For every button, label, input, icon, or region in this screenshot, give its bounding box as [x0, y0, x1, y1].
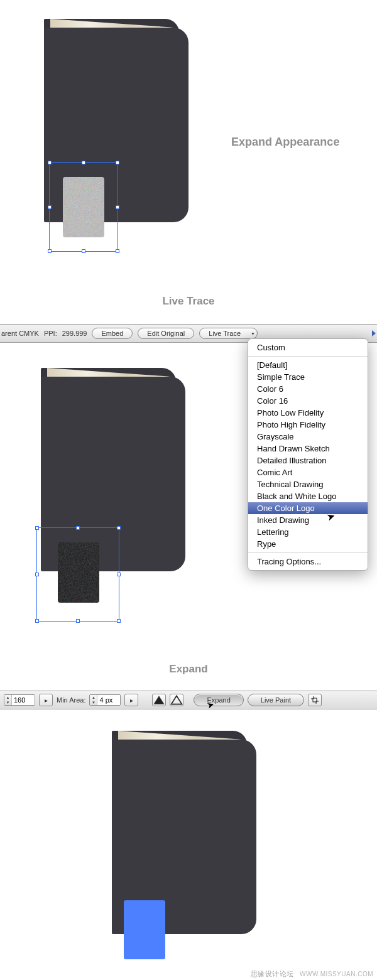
book-illustration: [41, 368, 185, 569]
menu-item[interactable]: Comic Art: [248, 466, 368, 478]
menu-item[interactable]: Photo High Fidelity: [248, 419, 368, 431]
menu-divider: [248, 552, 368, 553]
stepper-arrows-icon[interactable]: ▲▼: [4, 695, 12, 705]
min-area-label: Min Area:: [57, 696, 85, 704]
menu-item[interactable]: Color 16: [248, 395, 368, 407]
selection-handle[interactable]: [82, 249, 85, 253]
svg-rect-1: [58, 542, 99, 603]
noise-icon: [63, 177, 104, 237]
menu-item[interactable]: Photo Low Fidelity: [248, 407, 368, 419]
threshold-stepper[interactable]: ▲▼: [4, 694, 35, 706]
history-dropdown-icon[interactable]: ▸: [39, 694, 53, 706]
svg-rect-0: [63, 177, 104, 237]
threshold-input[interactable]: [12, 695, 35, 705]
live-trace-split-button[interactable]: Live Trace ▼: [199, 328, 258, 339]
panel-flyout-icon[interactable]: [372, 330, 376, 337]
menu-item[interactable]: Color 6: [248, 383, 368, 395]
selection-handle[interactable]: [48, 249, 52, 253]
selection-handle[interactable]: [117, 573, 121, 576]
selection-handle[interactable]: [117, 619, 121, 623]
menu-item[interactable]: Black and White Logo: [248, 490, 368, 502]
menu-item-tracing-options[interactable]: Tracing Options...: [248, 556, 368, 568]
selection-handle[interactable]: [116, 249, 119, 253]
selection-handle[interactable]: [35, 573, 39, 576]
watermark: 思缘设计论坛 WWW.MISSYUAN.COM: [251, 969, 373, 979]
trace-preset-menu[interactable]: Custom [Default]Simple TraceColor 6Color…: [248, 338, 368, 571]
min-area-input[interactable]: [97, 695, 120, 705]
selection-handle[interactable]: [76, 619, 80, 623]
control-toolbar: ▲▼ ▸ Min Area: ▲▼ ▸ Expand Live Paint: [0, 691, 377, 709]
menu-item[interactable]: Hand Drawn Sketch: [248, 443, 368, 455]
view-raster-icon[interactable]: [152, 694, 166, 706]
heading-expand: Expand: [0, 663, 377, 676]
menu-item[interactable]: Technical Drawing: [248, 478, 368, 490]
svg-marker-2: [154, 696, 165, 704]
section-expand: Expand ▲▼ ▸ Min Area: ▲▼ ▸ Expand Live P…: [0, 665, 377, 979]
menu-divider: [248, 356, 368, 357]
watermark-cn: 思缘设计论坛: [251, 970, 294, 977]
menu-item[interactable]: Lettering: [248, 526, 368, 538]
menu-item[interactable]: Simple Trace: [248, 371, 368, 383]
watermark-url: WWW.MISSYUAN.COM: [300, 971, 373, 977]
texture-rectangle[interactable]: [58, 542, 99, 603]
dropdown-arrow-icon[interactable]: ▼: [249, 328, 258, 339]
traced-shape[interactable]: [124, 900, 165, 959]
stepper-arrows-icon[interactable]: ▲▼: [90, 695, 97, 705]
menu-item[interactable]: Inked Drawing: [248, 514, 368, 526]
min-area-stepper[interactable]: ▲▼: [89, 694, 121, 706]
heading-expand-appearance: Expand Appearance: [231, 136, 339, 149]
ppi-label: PPI:: [44, 330, 57, 337]
expand-button[interactable]: Expand: [194, 694, 243, 706]
color-profile-label: arent CMYK: [1, 330, 39, 337]
history-dropdown-icon[interactable]: ▸: [124, 694, 138, 706]
ppi-value: 299.999: [62, 330, 87, 337]
crop-tool-icon[interactable]: [308, 694, 322, 706]
view-vector-icon[interactable]: [170, 694, 183, 706]
menu-item[interactable]: Detailed Illustration: [248, 455, 368, 466]
menu-item-custom[interactable]: Custom: [248, 342, 368, 353]
texture-rectangle[interactable]: [63, 177, 104, 237]
menu-item[interactable]: [Default]: [248, 359, 368, 371]
selection-handle[interactable]: [35, 526, 39, 530]
menu-item[interactable]: Grayscale: [248, 431, 368, 443]
selection-handle[interactable]: [35, 619, 39, 623]
edit-original-button[interactable]: Edit Original: [138, 328, 194, 339]
section-live-trace: Live Trace arent CMYK PPI: 299.999 Embed…: [0, 295, 377, 653]
noise-icon: [58, 542, 99, 603]
menu-item[interactable]: Rype: [248, 538, 368, 550]
menu-item[interactable]: One Color Logo: [248, 502, 368, 514]
live-trace-button[interactable]: Live Trace: [199, 328, 250, 339]
heading-live-trace: Live Trace: [0, 295, 377, 308]
section-expand-appearance: Expand Appearance: [0, 0, 377, 295]
embed-button[interactable]: Embed: [92, 328, 133, 339]
live-paint-button[interactable]: Live Paint: [248, 694, 304, 706]
svg-marker-3: [172, 696, 182, 704]
